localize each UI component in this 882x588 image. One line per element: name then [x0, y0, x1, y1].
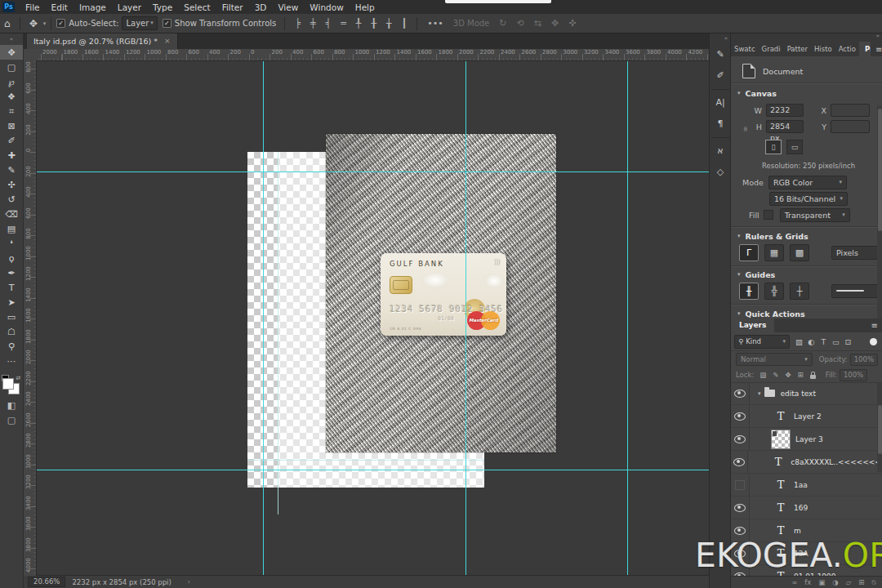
move-tool-preset-icon[interactable]: ✥ — [25, 18, 42, 29]
new-layer-icon[interactable]: ⊞ — [858, 578, 864, 586]
tab-gradi[interactable]: Gradi — [759, 45, 784, 53]
lock-all-icon[interactable] — [810, 375, 816, 379]
grid-toggle-icon[interactable]: ▦ — [764, 244, 784, 261]
foreground-color-swatch[interactable] — [2, 378, 14, 390]
guide-vertical-3[interactable] — [466, 60, 466, 576]
menu-edit[interactable]: Edit — [46, 2, 74, 12]
properties-scrollbar[interactable] — [877, 105, 882, 326]
fill-swatch[interactable] — [764, 210, 773, 220]
path-selection-tool[interactable]: ➤ — [0, 295, 23, 310]
guide-horizontal-2[interactable] — [247, 460, 484, 461]
quick-mask-button[interactable]: ◧ — [0, 398, 23, 412]
dodge-tool[interactable]: ϙ — [0, 251, 23, 265]
more-options-icon[interactable]: ••• — [422, 18, 448, 29]
distribute-vertical-icon[interactable]: ┃ — [397, 18, 412, 29]
tab-actio[interactable]: Actio — [835, 45, 859, 53]
clone-source-icon[interactable]: ✐ — [710, 65, 731, 87]
smart-guides-icon[interactable]: ╬ — [764, 283, 784, 300]
align-center-horizontal-icon[interactable]: ╪ — [305, 18, 321, 29]
landscape-orientation-button[interactable]: ▭ — [786, 140, 803, 154]
tab-histo[interactable]: Histo — [811, 45, 835, 53]
menu-3d[interactable]: 3D — [249, 2, 273, 12]
rulers-grids-section-header[interactable]: ▾ Rulers & Grids — [731, 230, 882, 242]
marquee-tool[interactable]: ▢ — [0, 60, 23, 74]
move-tool[interactable]: ✥ — [0, 45, 23, 60]
filter-smart-object-icon[interactable]: ⊡ — [842, 337, 854, 346]
guide-horizontal-3[interactable] — [36, 470, 709, 470]
edit-toolbar[interactable]: ⋯ — [0, 354, 23, 368]
document-tab[interactable]: Italy id.psd @ 20.7% (RGB/16) * × — [27, 33, 178, 49]
lock-paint-icon[interactable]: ✎ — [773, 371, 778, 379]
units-dropdown[interactable]: Pixels ▾ — [831, 246, 882, 260]
filter-pixel-icon[interactable]: ▨ — [793, 337, 805, 346]
layer-visibility-toggle[interactable] — [731, 428, 750, 450]
text-layer-icon[interactable]: T — [774, 524, 787, 537]
menu-select[interactable]: Select — [178, 2, 216, 12]
layer-row[interactable]: Tc8aXXXXXL..<<<<<<<0 d — [731, 451, 882, 474]
eraser-tool[interactable]: ⌫ — [0, 207, 23, 221]
pen-tool[interactable]: ✒ — [0, 265, 23, 280]
lock-artboard-icon[interactable]: ⊞ — [798, 371, 804, 379]
type-tool[interactable]: T — [0, 280, 23, 295]
canvas-section-header[interactable]: ▾ Canvas — [731, 87, 882, 99]
pixel-grid-icon[interactable]: ▩ — [790, 244, 809, 261]
layer-row[interactable]: TLayer 2 — [731, 405, 882, 428]
menu-file[interactable]: File — [20, 2, 46, 12]
screen-mode-button[interactable]: ▢ — [0, 412, 23, 427]
layer-fill-field[interactable]: 100% — [840, 369, 867, 381]
vertical-ruler[interactable]: 8006004002000200400600800100012001400160… — [23, 60, 37, 576]
dock-expand-icon[interactable]: » — [710, 33, 731, 44]
layers-scrollbar[interactable] — [877, 382, 882, 472]
brush-settings-icon[interactable]: ✎ — [710, 44, 731, 65]
color-swatches[interactable]: ⇄ — [2, 376, 20, 394]
layers-menu-icon[interactable]: ≡ — [866, 321, 882, 330]
layer-thumbnail[interactable] — [771, 430, 791, 449]
quick-actions-section-header[interactable]: ▾ Quick Actions — [731, 308, 882, 319]
layer-row[interactable]: T1aa — [731, 474, 882, 497]
portrait-orientation-button[interactable]: ▯ — [765, 140, 782, 154]
new-group-icon[interactable]: ▱ — [846, 578, 852, 586]
blur-tool[interactable]: ❛ — [0, 236, 23, 251]
guides-toggle-icon[interactable]: ╫ — [739, 283, 759, 300]
layer-row[interactable]: Layer 3 — [731, 428, 882, 451]
lasso-tool[interactable]: ℘ — [0, 74, 23, 89]
gradient-tool[interactable]: ▤ — [0, 221, 23, 236]
home-icon[interactable]: ⌂ — [0, 18, 15, 29]
menu-layer[interactable]: Layer — [112, 2, 147, 12]
tab-patter[interactable]: Patter — [784, 45, 811, 53]
color-mode-dropdown[interactable]: RGB Color ▾ — [768, 176, 847, 189]
dock-collapse-strip[interactable]: « — [731, 33, 882, 42]
guides-section-header[interactable]: ▾ Guides — [731, 269, 882, 280]
eyedropper-tool[interactable]: ✐ — [0, 133, 23, 148]
menu-type[interactable]: Type — [147, 2, 178, 12]
lock-transparency-icon[interactable]: ▨ — [760, 371, 766, 379]
layer-row[interactable]: T169 — [731, 497, 882, 519]
distribute-horizontal-icon[interactable]: ═ — [336, 18, 351, 29]
text-layer-icon[interactable]: T — [774, 410, 787, 422]
align-bottom-icon[interactable]: ╁ — [381, 18, 397, 29]
show-transform-checkbox[interactable] — [163, 19, 172, 28]
chevron-down-icon[interactable]: ▾ — [758, 390, 761, 397]
filter-toggle-icon[interactable] — [870, 338, 877, 345]
tab-layers[interactable]: Layers — [731, 318, 774, 332]
layer-row[interactable]: ▾edita text — [731, 382, 882, 405]
zoom-tool[interactable]: ⚲ — [0, 339, 23, 354]
paragraph-panel-icon[interactable]: ¶ — [710, 114, 731, 135]
align-middle-icon[interactable]: ╂ — [366, 18, 381, 29]
align-top-icon[interactable]: ╀ — [351, 18, 367, 29]
guide-vertical-4[interactable] — [627, 60, 628, 576]
rulers-toggle-icon[interactable]: Γ — [739, 244, 759, 261]
layer-visibility-toggle[interactable] — [731, 474, 750, 496]
scrollbar-thumb[interactable] — [878, 405, 882, 454]
close-icon[interactable]: × — [164, 37, 171, 45]
layer-visibility-toggle[interactable] — [731, 382, 750, 404]
text-layer-icon[interactable]: T — [774, 479, 787, 491]
tab-swatc[interactable]: Swatc — [731, 45, 759, 53]
horizontal-ruler[interactable]: 2000180016001400120010008006004002000200… — [36, 49, 709, 61]
link-layers-icon[interactable]: ∞ — [791, 578, 797, 586]
text-layer-icon[interactable]: T — [774, 501, 787, 514]
frame-tool[interactable]: ⊠ — [0, 118, 23, 133]
status-chevron-icon[interactable]: › — [188, 578, 190, 586]
text-layer-icon[interactable]: T — [773, 456, 784, 468]
blend-mode-dropdown[interactable]: Normal ▾ — [736, 353, 813, 366]
